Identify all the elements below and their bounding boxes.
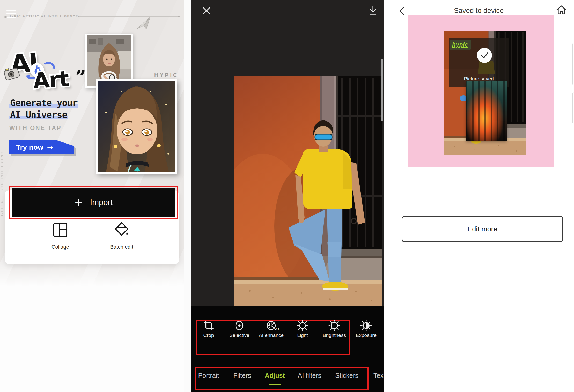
try-now-label: Try now bbox=[16, 143, 43, 152]
tab-stickers[interactable]: Stickers bbox=[335, 372, 358, 379]
home-icon[interactable] bbox=[555, 4, 567, 16]
try-now-button[interactable]: Try now → bbox=[9, 140, 74, 154]
tool-ai-enhance[interactable]: OFF AI enhance bbox=[256, 320, 286, 338]
download-icon[interactable] bbox=[367, 5, 378, 17]
tab-filters[interactable]: Filters bbox=[233, 372, 251, 379]
tool-exposure[interactable]: Exposure bbox=[351, 320, 381, 338]
check-icon bbox=[480, 51, 489, 59]
editor-photo bbox=[234, 76, 382, 306]
screen-edge-artifact bbox=[572, 92, 574, 124]
tool-label: Brightness bbox=[319, 333, 350, 338]
decor-rule bbox=[78, 16, 179, 17]
paper-plane-icon bbox=[134, 15, 153, 34]
page-title: Saved to device bbox=[384, 7, 574, 15]
check-circle bbox=[477, 48, 492, 63]
tab-text[interactable]: Text bbox=[373, 372, 384, 379]
panel-hypic-home: HYPIC ARTIFICIAL INTELLIGENCE HYPIC ARTI… bbox=[0, 0, 184, 392]
decor-rule-dot bbox=[178, 16, 180, 17]
tool-label: Crop bbox=[193, 333, 224, 338]
headline-line2: AI Universe bbox=[9, 110, 68, 120]
crop-icon bbox=[203, 320, 215, 331]
headline-line1: Generate your bbox=[9, 98, 78, 108]
batch-edit-button[interactable]: Batch edit bbox=[104, 222, 140, 250]
scrollbar-thumb[interactable] bbox=[381, 59, 383, 121]
batch-edit-icon bbox=[114, 222, 129, 237]
tab-ai-filters[interactable]: AI filters bbox=[298, 372, 321, 379]
toast-caption: Picture saved bbox=[449, 76, 509, 82]
tool-label: Selective bbox=[224, 333, 255, 338]
exposure-icon bbox=[360, 320, 372, 331]
saved-picture: hypic Picture saved bbox=[444, 31, 526, 155]
tool-label: Exposure bbox=[351, 333, 381, 338]
brand-line: HYPIC ARTIFICIAL INTELLIGENCE bbox=[9, 14, 78, 18]
tool-label: Light bbox=[287, 333, 318, 338]
light-icon bbox=[297, 320, 308, 331]
tool-selective[interactable]: Selective bbox=[224, 320, 255, 338]
edited-image-overlay bbox=[466, 81, 507, 141]
arrow-right-icon: → bbox=[47, 143, 53, 152]
screen-edge-artifact bbox=[572, 43, 574, 85]
batch-edit-label: Batch edit bbox=[104, 244, 140, 250]
collage-label: Collage bbox=[42, 244, 78, 250]
tab-portrait[interactable]: Portrait bbox=[198, 372, 219, 379]
collage-icon bbox=[53, 222, 68, 237]
logo-art-text: Art bbox=[32, 68, 69, 92]
panel-saved: Saved to device bbox=[384, 0, 574, 392]
edit-more-button[interactable]: Edit more bbox=[402, 216, 563, 242]
vertical-brand-text: HYPIC ARTIFICIAL INTELLIGENCE bbox=[1, 140, 4, 217]
off-badge: OFF bbox=[275, 327, 280, 330]
tagline: WITH ONE TAP bbox=[9, 125, 62, 132]
tab-adjust[interactable]: Adjust bbox=[265, 372, 285, 379]
tool-brightness[interactable]: Brightness bbox=[319, 320, 350, 338]
selective-icon bbox=[233, 320, 245, 331]
annotation-import-highlight bbox=[9, 186, 178, 219]
close-icon[interactable] bbox=[201, 6, 212, 16]
panel-editor: Crop Selective OFF AI enhance bbox=[191, 0, 384, 392]
brand-bullet bbox=[4, 16, 7, 18]
brightness-icon bbox=[328, 320, 340, 331]
panel-gutter bbox=[184, 0, 191, 392]
tool-light[interactable]: Light bbox=[287, 320, 318, 338]
screenshot-root: HYPIC ARTIFICIAL INTELLIGENCE HYPIC ARTI… bbox=[0, 0, 574, 392]
collage-button[interactable]: Collage bbox=[42, 222, 78, 250]
logo-quotes: ” bbox=[73, 66, 87, 86]
hypic-watermark: hypic bbox=[450, 40, 471, 50]
tool-crop[interactable]: Crop bbox=[193, 320, 224, 338]
decor-rule-dot bbox=[78, 16, 79, 17]
active-tab-underline bbox=[269, 384, 281, 385]
anime-portrait bbox=[96, 79, 177, 174]
tool-label: AI enhance bbox=[256, 333, 286, 338]
